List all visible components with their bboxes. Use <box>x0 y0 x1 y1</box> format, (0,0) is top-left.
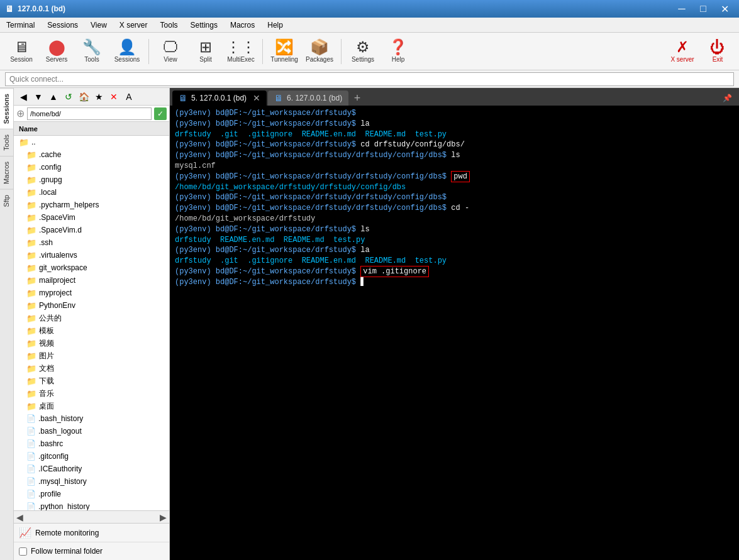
terminal-content[interactable]: (py3env) bd@DF:~/git_workspace/drfstudy$… <box>170 106 739 560</box>
terminal-tab-5[interactable]: 🖥 5. 127.0.0.1 (bd) ✕ <box>172 91 267 106</box>
toolbar-sep-3 <box>341 39 342 64</box>
file-item[interactable]: 📁公共的 <box>14 312 169 324</box>
file-item[interactable]: 📄.bashrc <box>14 437 169 450</box>
folder-icon: 📁 <box>26 226 36 235</box>
follow-terminal-checkbox[interactable] <box>19 547 27 556</box>
folder-icon: 📁 <box>26 351 36 361</box>
term-line-17: (py3env) bd@DF:~/git_workspace/drfstudy$… <box>175 277 734 288</box>
remote-monitoring-button[interactable]: 📈 Remote monitoring <box>14 524 169 542</box>
menu-item-view[interactable]: View <box>84 18 113 32</box>
nav-filter-button[interactable]: A <box>122 90 136 104</box>
scroll-left-arrow[interactable]: ◀ <box>16 512 23 522</box>
toolbar-packages[interactable]: 📦 Packages <box>303 35 336 68</box>
toolbar-view[interactable]: 🖵 View <box>154 35 187 68</box>
nav-delete-button[interactable]: ✕ <box>107 90 121 104</box>
file-item[interactable]: 📁.SpaceVim.d <box>14 224 169 236</box>
menu-item-help[interactable]: Help <box>261 18 289 32</box>
toolbar-servers[interactable]: ⬤ Servers <box>40 35 73 68</box>
file-item[interactable]: 📁.config <box>14 161 169 173</box>
toolbar-multiexec[interactable]: ⋮⋮ MultiExec <box>225 35 257 68</box>
file-item[interactable]: 📁.local <box>14 186 169 199</box>
file-item[interactable]: 📁桌面 <box>14 400 169 412</box>
nav-bookmark-button[interactable]: ★ <box>92 90 106 104</box>
sidebar-tab-tools[interactable]: Tools <box>0 129 13 156</box>
file-item[interactable]: 📁.pycharm_helpers <box>14 199 169 211</box>
file-item-name: .bash_history <box>38 414 83 423</box>
add-tab-button[interactable]: + <box>350 91 365 106</box>
toolbar-tools[interactable]: 🔧 Tools <box>75 35 108 68</box>
menu-item-tools[interactable]: Tools <box>154 18 184 32</box>
file-item[interactable]: 📄.bash_logout <box>14 425 169 437</box>
file-item-name: .virtualenvs <box>39 251 77 260</box>
file-item[interactable]: 📁git_workspace <box>14 261 169 274</box>
minimize-button[interactable]: ─ <box>672 1 691 16</box>
file-item[interactable]: 📁图片 <box>14 349 169 362</box>
sidebar-tab-sftp[interactable]: Sftp <box>0 189 13 212</box>
follow-terminal-row: Follow terminal folder <box>14 542 169 560</box>
menu-item-macros[interactable]: Macros <box>224 18 261 32</box>
file-panel: ◀ ▼ ▲ ↺ 🏠 ★ ✕ A ⊕ ✓ Name 📁..📁.cache📁.con… <box>14 88 170 560</box>
file-item[interactable]: 📁模板 <box>14 324 169 337</box>
file-item[interactable]: 📄.bash_history <box>14 412 169 425</box>
file-item-name: myproject <box>39 288 72 297</box>
toolbar-tunneling[interactable]: 🔀 Tunneling <box>268 35 301 68</box>
toolbar-help[interactable]: ❓ Help <box>382 35 414 68</box>
terminal-tab-5-close[interactable]: ✕ <box>253 93 260 103</box>
title-text: 127.0.0.1 (bd) <box>18 4 65 13</box>
path-ok-button[interactable]: ✓ <box>154 107 167 120</box>
file-item[interactable]: 📁文档 <box>14 362 169 375</box>
app-icon: 🖥 <box>5 4 14 14</box>
menu-item-x server[interactable]: X server <box>113 18 154 32</box>
file-item[interactable]: 📄.ICEauthority <box>14 463 169 475</box>
toolbar-split[interactable]: ⊞ Split <box>189 35 222 68</box>
file-item-name: 图片 <box>39 351 54 361</box>
nav-refresh-button[interactable]: ↺ <box>62 90 75 104</box>
menu-item-settings[interactable]: Settings <box>184 18 224 32</box>
toolbar-exit[interactable]: ⏻ Exit <box>701 35 734 68</box>
sidebar-tab-macros[interactable]: Macros <box>0 156 13 189</box>
sidebar-tab-sessions[interactable]: Sessions <box>0 88 13 129</box>
file-icon: 📄 <box>26 477 36 486</box>
toolbar-sessions[interactable]: 👤 Sessions <box>111 35 143 68</box>
file-item[interactable]: 📁音乐 <box>14 387 169 400</box>
menu-item-sessions[interactable]: Sessions <box>41 18 84 32</box>
close-button[interactable]: ✕ <box>715 1 734 16</box>
toolbar-sessions-label: Sessions <box>114 56 140 63</box>
file-item[interactable]: 📁下载 <box>14 375 169 387</box>
file-item[interactable]: 📁PythonEnv <box>14 299 169 312</box>
tab-pin-button[interactable]: 📌 <box>718 91 736 106</box>
file-panel-bottom: 📈 Remote monitoring Follow terminal fold… <box>14 523 169 560</box>
settings-icon: ⚙ <box>356 40 370 55</box>
file-item[interactable]: 📁.cache <box>14 148 169 161</box>
file-item[interactable]: 📁.gnupg <box>14 173 169 186</box>
scroll-right-arrow[interactable]: ▶ <box>160 512 167 522</box>
term-line-1: (py3env) bd@DF:~/git_workspace/drfstudy$ <box>175 108 734 119</box>
terminal-tab-6[interactable]: 🖥 6. 127.0.0.1 (bd) <box>268 91 348 106</box>
toolbar-xserver[interactable]: ✗ X server <box>666 35 699 68</box>
file-item[interactable]: 📄.python_history <box>14 500 169 510</box>
maximize-button[interactable]: □ <box>694 1 713 16</box>
nav-up-button[interactable]: ▲ <box>47 90 60 104</box>
file-item[interactable]: 📄.gitconfig <box>14 450 169 463</box>
toolbar-view-label: View <box>164 56 177 63</box>
menu-item-terminal[interactable]: Terminal <box>0 18 41 32</box>
file-item[interactable]: 📁.SpaceVim <box>14 211 169 224</box>
file-item[interactable]: 📁.. <box>14 136 169 148</box>
nav-down-button[interactable]: ▼ <box>31 90 45 104</box>
nav-home-button[interactable]: 🏠 <box>77 90 91 104</box>
file-item[interactable]: 📄.profile <box>14 488 169 500</box>
file-item[interactable]: 📁myproject <box>14 287 169 299</box>
file-item[interactable]: 📁视频 <box>14 337 169 349</box>
folder-icon: 📁 <box>26 402 36 411</box>
toolbar-session[interactable]: 🖥 Session <box>5 35 38 68</box>
path-input[interactable] <box>27 107 152 120</box>
exit-icon: ⏻ <box>710 40 725 55</box>
file-item[interactable]: 📁.virtualenvs <box>14 249 169 261</box>
term-line-3: drfstudy .git .gitignore README.en.md RE… <box>175 129 734 140</box>
quick-connect-input[interactable] <box>5 72 734 86</box>
file-item[interactable]: 📁.ssh <box>14 236 169 249</box>
nav-back-button[interactable]: ◀ <box>16 90 30 104</box>
file-item[interactable]: 📁mailproject <box>14 274 169 287</box>
file-item[interactable]: 📄.mysql_history <box>14 475 169 488</box>
toolbar-settings[interactable]: ⚙ Settings <box>347 35 379 68</box>
